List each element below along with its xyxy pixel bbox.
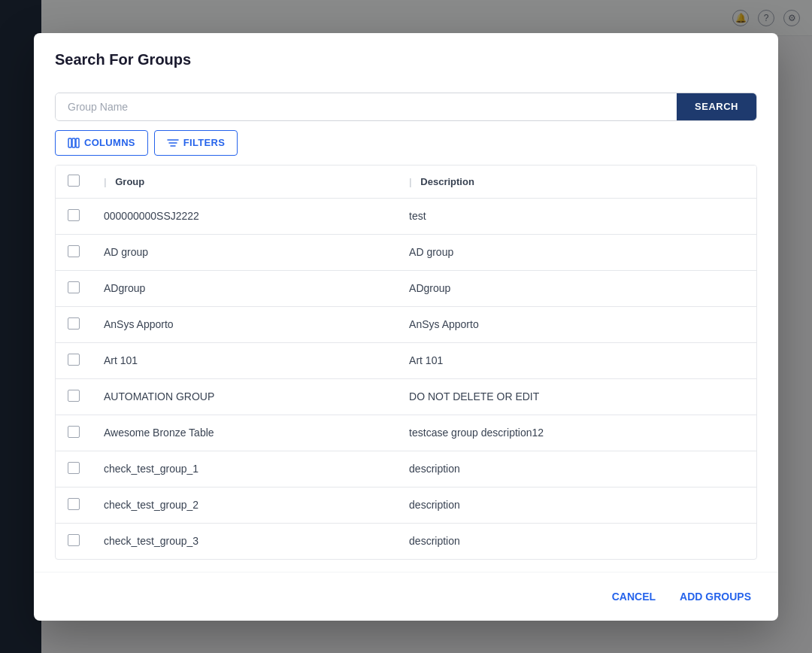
group-cell: check_test_group_1 xyxy=(92,451,397,487)
row-checkbox-2[interactable] xyxy=(68,281,80,293)
table-row: check_test_group_1 description xyxy=(56,451,756,487)
group-cell: AnSys Apporto xyxy=(92,306,397,342)
group-cell: Art 101 xyxy=(92,342,397,378)
description-cell: description xyxy=(397,523,756,559)
group-cell: check_test_group_2 xyxy=(92,487,397,523)
row-checkbox-cell[interactable] xyxy=(56,270,92,306)
row-checkbox-cell[interactable] xyxy=(56,342,92,378)
row-checkbox-1[interactable] xyxy=(68,245,80,257)
table-row: Awesome Bronze Table testcase group desc… xyxy=(56,415,756,451)
table-header-row: | Group | Description xyxy=(56,166,756,199)
modal-header: Search For Groups xyxy=(34,33,778,80)
group-cell: check_test_group_3 xyxy=(92,523,397,559)
description-cell: description xyxy=(397,487,756,523)
row-checkbox-cell[interactable] xyxy=(56,306,92,342)
group-cell: AUTOMATION GROUP xyxy=(92,378,397,415)
description-cell: AnSys Apporto xyxy=(397,306,756,342)
description-cell: testcase group description12 xyxy=(397,415,756,451)
table-row: ADgroup ADgroup xyxy=(56,270,756,306)
description-cell: test xyxy=(397,198,756,234)
groups-table-container: | Group | Description 000000000S xyxy=(55,165,757,560)
filters-icon xyxy=(167,137,179,149)
modal-footer: CANCEL ADD GROUPS xyxy=(34,572,778,621)
modal-body: SEARCH COLUMNS xyxy=(34,80,778,572)
group-cell: 000000000SSJ2222 xyxy=(92,198,397,234)
svg-rect-2 xyxy=(76,138,79,147)
modal-title: Search For Groups xyxy=(55,51,757,68)
toolbar-row: COLUMNS FILTERS xyxy=(55,130,757,156)
group-column-header: | Group xyxy=(92,166,397,199)
description-cell: AD group xyxy=(397,234,756,270)
row-checkbox-7[interactable] xyxy=(68,462,80,474)
row-checkbox-0[interactable] xyxy=(68,209,80,221)
svg-rect-0 xyxy=(68,138,71,147)
description-cell: description xyxy=(397,451,756,487)
col-separator-desc: | xyxy=(409,176,412,187)
columns-icon xyxy=(68,137,80,149)
cancel-button[interactable]: CANCEL xyxy=(606,585,662,609)
row-checkbox-8[interactable] xyxy=(68,498,80,510)
select-all-header[interactable] xyxy=(56,166,92,199)
row-checkbox-cell[interactable] xyxy=(56,198,92,234)
table-row: AnSys Apporto AnSys Apporto xyxy=(56,306,756,342)
description-cell: Art 101 xyxy=(397,342,756,378)
description-column-header: | Description xyxy=(397,166,756,199)
columns-button[interactable]: COLUMNS xyxy=(55,130,148,156)
add-groups-button[interactable]: ADD GROUPS xyxy=(674,585,757,609)
row-checkbox-cell[interactable] xyxy=(56,487,92,523)
row-checkbox-6[interactable] xyxy=(68,426,80,438)
table-row: Art 101 Art 101 xyxy=(56,342,756,378)
table-row: AUTOMATION GROUP DO NOT DELETE OR EDIT xyxy=(56,378,756,415)
columns-label: COLUMNS xyxy=(84,137,135,148)
row-checkbox-cell[interactable] xyxy=(56,234,92,270)
search-row: SEARCH xyxy=(55,93,757,121)
row-checkbox-cell[interactable] xyxy=(56,415,92,451)
search-for-groups-modal: Search For Groups SEARCH xyxy=(34,33,778,621)
row-checkbox-4[interactable] xyxy=(68,354,80,366)
modal-overlay: Search For Groups SEARCH xyxy=(0,0,812,653)
row-checkbox-5[interactable] xyxy=(68,390,80,402)
group-name-input[interactable] xyxy=(56,93,677,120)
search-button[interactable]: SEARCH xyxy=(677,93,756,120)
table-row: AD group AD group xyxy=(56,234,756,270)
table-row: check_test_group_3 description xyxy=(56,523,756,559)
select-all-checkbox[interactable] xyxy=(68,175,80,187)
group-cell: AD group xyxy=(92,234,397,270)
row-checkbox-cell[interactable] xyxy=(56,451,92,487)
description-cell: DO NOT DELETE OR EDIT xyxy=(397,378,756,415)
row-checkbox-cell[interactable] xyxy=(56,378,92,415)
row-checkbox-9[interactable] xyxy=(68,534,80,546)
groups-table: | Group | Description 000000000S xyxy=(56,166,756,559)
filters-button[interactable]: FILTERS xyxy=(154,130,238,156)
description-cell: ADgroup xyxy=(397,270,756,306)
table-row: check_test_group_2 description xyxy=(56,487,756,523)
filters-label: FILTERS xyxy=(183,137,225,148)
table-row: 000000000SSJ2222 test xyxy=(56,198,756,234)
group-cell: Awesome Bronze Table xyxy=(92,415,397,451)
row-checkbox-cell[interactable] xyxy=(56,523,92,559)
table-body: 000000000SSJ2222 test AD group AD group … xyxy=(56,198,756,559)
group-cell: ADgroup xyxy=(92,270,397,306)
row-checkbox-3[interactable] xyxy=(68,317,80,330)
col-separator-group: | xyxy=(104,176,107,187)
svg-rect-1 xyxy=(72,138,75,147)
